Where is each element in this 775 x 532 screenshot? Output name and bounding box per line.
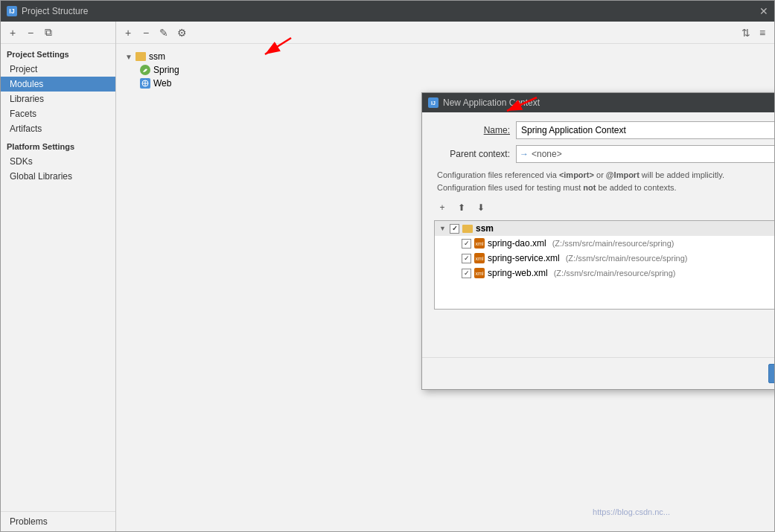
tree-item-web[interactable]: Web — [137, 77, 768, 90]
dao-filename: spring-dao.xml — [488, 238, 546, 249]
sidebar-copy-button[interactable]: ⧉ — [41, 25, 56, 40]
file-tree-container: ▼ ssm xml spring-dao.xml (Z:/ssm/src/mai… — [434, 220, 774, 310]
panel-sort-button[interactable]: ⇅ — [739, 25, 753, 40]
file-tree-item-web[interactable]: xml spring-web.xml (Z:/ssm/src/main/reso… — [435, 266, 774, 281]
panel-edit-button[interactable]: ✎ — [156, 25, 171, 40]
arrow-right-icon: → — [520, 149, 529, 159]
sidebar-add-button[interactable]: + — [5, 25, 20, 40]
ok-button[interactable]: OK — [768, 364, 774, 383]
sidebar-item-global-libraries-label: Global Libraries — [10, 171, 72, 182]
spring-icon — [140, 65, 150, 75]
parent-context-select[interactable]: → <none> ▼ — [516, 145, 774, 163]
file-tree-item-dao[interactable]: xml spring-dao.xml (Z:/ssm/src/main/reso… — [435, 236, 774, 251]
sidebar-item-artifacts-label: Artifacts — [10, 124, 42, 134]
parent-context-form-row: Parent context: → <none> ▼ — [434, 145, 774, 163]
sidebar-item-facets[interactable]: Facets — [1, 106, 115, 121]
content-area: + − ⧉ Project Settings Project Modules L… — [1, 22, 774, 531]
sidebar-item-problems[interactable]: Problems — [1, 512, 115, 531]
dialog-title-bar: IJ New Application Context ✕ — [422, 93, 774, 112]
service-filename: spring-service.xml — [488, 253, 560, 263]
sidebar-item-sdks[interactable]: SDKs — [1, 154, 115, 169]
sidebar-item-facets-label: Facets — [10, 109, 36, 119]
module-tree: ▼ ssm Spring — [122, 50, 768, 90]
web-xml-icon: xml — [474, 268, 485, 278]
tree-item-ssm[interactable]: ▼ ssm Spring — [122, 50, 768, 90]
panel-gear-button[interactable]: ⚙ — [174, 25, 189, 40]
name-form-row: Name: — [434, 121, 774, 139]
sidebar-item-problems-label: Problems — [10, 516, 48, 527]
sidebar-remove-button[interactable]: − — [23, 25, 38, 40]
name-input[interactable] — [516, 121, 774, 139]
dialog-align-down-button[interactable]: ⬇ — [473, 199, 489, 216]
sidebar-item-modules-label: Modules — [10, 79, 43, 89]
root-folder-icon — [462, 225, 473, 233]
new-application-context-dialog: IJ New Application Context ✕ Name: — [421, 92, 774, 390]
dialog-app-icon: IJ — [428, 97, 438, 108]
web-icon — [140, 78, 150, 89]
web-checkbox[interactable] — [462, 269, 471, 278]
file-tree-root[interactable]: ▼ ssm — [435, 221, 774, 236]
app-icon: IJ — [7, 6, 17, 16]
sidebar-item-sdks-label: SDKs — [10, 156, 33, 167]
file-tree-item-service[interactable]: xml spring-service.xml (Z:/ssm/src/main/… — [435, 251, 774, 266]
main-window: IJ Project Structure ✕ + − ⧉ Project Set… — [0, 0, 775, 532]
sidebar-item-libraries[interactable]: Libraries — [1, 92, 115, 106]
root-label: ssm — [476, 223, 494, 234]
dialog-body: Name: Parent context: → <none> ▼ — [422, 112, 774, 357]
dialog-align-up-button[interactable]: ⬆ — [453, 199, 470, 216]
sidebar-item-artifacts[interactable]: Artifacts — [1, 121, 115, 136]
web-label: Web — [153, 78, 171, 89]
sidebar-item-modules[interactable]: Modules — [1, 77, 115, 92]
sidebar-toolbar: + − ⧉ — [1, 22, 115, 44]
ssm-folder-icon — [135, 52, 146, 61]
web-filename: spring-web.xml — [488, 268, 548, 278]
right-panel: + − ✎ ⚙ ⇅ ≡ ▼ ssm — [116, 22, 774, 531]
tree-item-spring[interactable]: Spring — [137, 63, 768, 77]
parent-context-label: Parent context: — [434, 149, 516, 159]
sidebar: + − ⧉ Project Settings Project Modules L… — [1, 22, 116, 531]
web-filepath: (Z:/ssm/src/main/resource/spring) — [554, 269, 676, 278]
panel-remove-button[interactable]: − — [138, 25, 153, 40]
ssm-chevron-icon: ▼ — [125, 53, 133, 61]
dialog-title-left: IJ New Application Context — [428, 97, 540, 108]
root-chevron-icon: ▼ — [439, 225, 447, 232]
window-title: Project Structure — [22, 6, 88, 16]
name-label: Name: — [434, 125, 516, 135]
panel-add-button[interactable]: + — [121, 25, 135, 40]
dialog-footer: OK Cancel — [422, 357, 774, 389]
panel-toolbar: + − ✎ ⚙ ⇅ ≡ — [116, 22, 774, 44]
tree-children: Spring Web — [137, 63, 768, 90]
title-bar: IJ Project Structure ✕ — [1, 1, 774, 22]
service-checkbox[interactable] — [462, 254, 471, 263]
sidebar-item-libraries-label: Libraries — [10, 94, 44, 104]
dao-checkbox[interactable] — [462, 239, 471, 249]
dialog-title-text: New Application Context — [443, 97, 540, 108]
spring-label: Spring — [153, 65, 179, 75]
project-settings-label: Project Settings — [1, 44, 115, 62]
panel-toolbar-left: + − ✎ ⚙ — [121, 25, 189, 40]
platform-settings-label: Platform Settings — [1, 136, 115, 154]
service-xml-icon: xml — [474, 253, 485, 263]
dao-xml-icon: xml — [474, 238, 485, 249]
sidebar-item-project[interactable]: Project — [1, 62, 115, 77]
info-text: Configuration files referenced via <impo… — [434, 169, 774, 193]
root-checkbox[interactable] — [450, 224, 459, 234]
ssm-label: ssm — [149, 51, 165, 62]
sidebar-bottom: Problems — [1, 511, 115, 531]
dialog-add-button[interactable]: + — [434, 199, 450, 216]
window-close-button[interactable]: ✕ — [759, 5, 768, 17]
sidebar-item-project-label: Project — [10, 64, 37, 74]
sidebar-item-global-libraries[interactable]: Global Libraries — [1, 169, 115, 184]
service-filepath: (Z:/ssm/src/main/resource/spring) — [566, 254, 688, 263]
parent-context-value: <none> — [532, 149, 562, 159]
dao-filepath: (Z:/ssm/src/main/resource/spring) — [552, 239, 674, 248]
dialog-inner-toolbar: + ⬆ ⬇ — [434, 199, 774, 216]
panel-filter-button[interactable]: ≡ — [755, 25, 770, 40]
title-bar-left: IJ Project Structure — [7, 6, 88, 16]
panel-toolbar-right: ⇅ ≡ — [739, 25, 770, 40]
